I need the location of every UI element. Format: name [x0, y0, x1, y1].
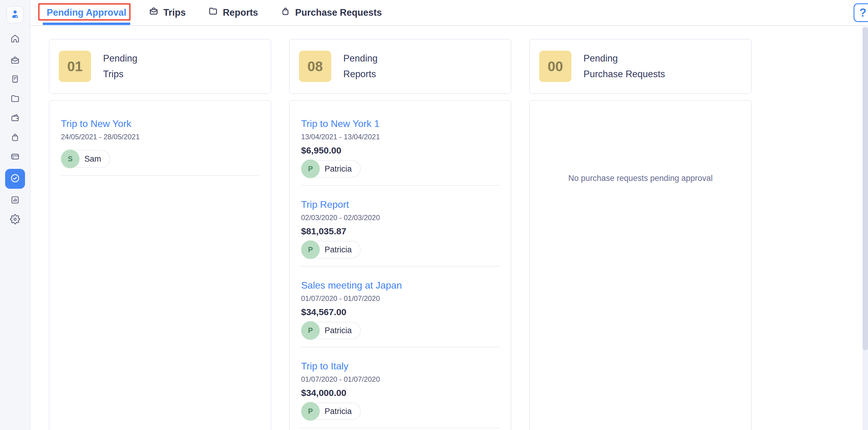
trip-list-item: Trip to New York 24/05/2021 - 28/05/2021…	[61, 105, 259, 176]
report-title-link[interactable]: Trip to Italy	[301, 360, 499, 372]
avatar: P	[301, 240, 320, 259]
vertical-scrollbar-track[interactable]	[863, 27, 868, 430]
report-list-item: Trip to Italy 01/07/2020 - 01/07/2020 $3…	[301, 347, 499, 428]
pending-purchase-requests-column: 00 Pending Purchase Requests No purchase…	[529, 39, 752, 430]
report-list-item: Sales meeting at Japan 01/07/2020 - 01/0…	[301, 266, 499, 347]
owner-name: Patricia	[324, 326, 352, 335]
count-badge: 08	[299, 51, 331, 82]
tab-reports[interactable]: Reports	[208, 6, 258, 19]
sidebar-item-analytics[interactable]	[10, 195, 20, 206]
credit-card-icon	[10, 151, 20, 163]
check-circle-icon	[9, 172, 21, 185]
report-amount: $34,567.00	[301, 306, 499, 318]
report-title-link[interactable]: Trip Report	[301, 198, 499, 210]
report-title-link[interactable]: Trip to New York 1	[301, 118, 499, 130]
pending-purchase-requests-summary-card: 00 Pending Purchase Requests	[529, 39, 752, 94]
briefcase-icon	[10, 55, 20, 67]
sidebar	[0, 0, 30, 430]
top-tab-bar: Pending Approval Trips Reports	[30, 0, 868, 26]
summary-label: Pending Reports	[343, 51, 378, 82]
tab-label: Trips	[163, 7, 186, 19]
pending-trips-column: 01 Pending Trips Trip to New York 24/05/…	[49, 39, 271, 430]
report-amount: $81,035.87	[301, 226, 499, 237]
tab-pending-approval[interactable]: Pending Approval	[47, 7, 126, 19]
tab-label: Pending Approval	[47, 7, 126, 19]
report-list-item: Trip to New York 1 13/04/2021 - 13/04/20…	[301, 105, 499, 186]
report-dates: 01/07/2020 - 01/07/2020	[301, 294, 499, 303]
report-dates: 02/03/2020 - 02/03/2020	[301, 213, 499, 222]
summary-label: Pending Purchase Requests	[584, 51, 665, 82]
pending-reports-list: Trip to New York 1 13/04/2021 - 13/04/20…	[289, 100, 512, 430]
sidebar-item-expenses[interactable]	[10, 75, 20, 85]
bar-chart-icon	[10, 195, 20, 206]
shopping-bag-icon	[280, 6, 290, 19]
avatar: P	[301, 402, 320, 421]
active-tab-underline	[43, 23, 130, 25]
count-badge: 00	[539, 51, 571, 82]
report-dates: 01/07/2020 - 01/07/2020	[301, 375, 499, 384]
sidebar-item-trips[interactable]	[10, 56, 20, 66]
pending-purchase-requests-list: No purchase requests pending approval	[529, 100, 752, 430]
help-button[interactable]: ?	[854, 3, 868, 22]
main-content: 01 Pending Trips Trip to New York 24/05/…	[30, 27, 868, 430]
sidebar-item-purchase-requests[interactable]	[10, 133, 20, 143]
empty-state-message: No purchase requests pending approval	[541, 105, 740, 183]
help-label: ?	[859, 6, 866, 19]
owner-pill[interactable]: P Patricia	[301, 241, 361, 258]
pending-trips-list: Trip to New York 24/05/2021 - 28/05/2021…	[49, 100, 271, 430]
tab-label: Reports	[223, 7, 258, 19]
avatar: P	[301, 321, 320, 340]
sidebar-item-home[interactable]	[10, 34, 20, 44]
report-dates: 13/04/2021 - 13/04/2021	[301, 133, 499, 141]
avatar: S	[61, 149, 80, 168]
report-title-link[interactable]: Sales meeting at Japan	[301, 279, 499, 291]
sidebar-item-reports[interactable]	[10, 94, 20, 104]
tab-trips[interactable]: Trips	[149, 6, 186, 19]
folder-icon	[10, 93, 20, 105]
user-avatar-icon	[10, 9, 21, 21]
receipt-icon	[10, 74, 20, 85]
owner-pill[interactable]: S Sam	[61, 150, 110, 168]
tabs: Pending Approval Trips Reports	[30, 6, 382, 19]
owner-pill[interactable]: P Patricia	[301, 160, 361, 178]
pending-reports-summary-card: 08 Pending Reports	[289, 39, 512, 94]
folder-icon	[208, 6, 218, 19]
tab-purchase-requests[interactable]: Purchase Requests	[280, 6, 382, 19]
pending-reports-column: 08 Pending Reports Trip to New York 1 13…	[289, 39, 512, 430]
sidebar-item-advances[interactable]	[10, 113, 20, 124]
report-amount: $6,950.00	[301, 145, 499, 156]
shopping-bag-icon	[10, 132, 20, 144]
owner-pill[interactable]: P Patricia	[301, 403, 361, 420]
divider	[301, 428, 499, 428]
summary-label: Pending Trips	[103, 51, 137, 82]
owner-name: Sam	[84, 154, 101, 164]
report-list-item: Trip Report 02/03/2020 - 02/03/2020 $81,…	[301, 186, 499, 266]
divider	[61, 175, 259, 176]
count-badge: 01	[59, 51, 91, 82]
owner-name: Patricia	[324, 407, 352, 416]
gear-icon	[10, 214, 20, 226]
pending-trips-summary-card: 01 Pending Trips	[49, 39, 271, 94]
owner-name: Patricia	[324, 164, 352, 174]
avatar: P	[301, 160, 320, 178]
vertical-scrollbar-thumb[interactable]	[863, 27, 868, 350]
sidebar-item-cards[interactable]	[10, 152, 20, 162]
trip-dates: 24/05/2021 - 28/05/2021	[61, 133, 259, 141]
sidebar-item-settings[interactable]	[10, 215, 20, 225]
report-amount: $34,000.00	[301, 387, 499, 399]
trip-title-link[interactable]: Trip to New York	[61, 118, 259, 130]
owner-name: Patricia	[324, 245, 352, 255]
home-icon	[10, 33, 20, 45]
tab-label: Purchase Requests	[295, 7, 382, 19]
sidebar-item-approvals[interactable]	[5, 169, 25, 189]
wallet-icon	[10, 113, 20, 124]
briefcase-icon	[149, 6, 159, 19]
owner-pill[interactable]: P Patricia	[301, 322, 361, 339]
sidebar-item-profile[interactable]	[6, 6, 24, 24]
